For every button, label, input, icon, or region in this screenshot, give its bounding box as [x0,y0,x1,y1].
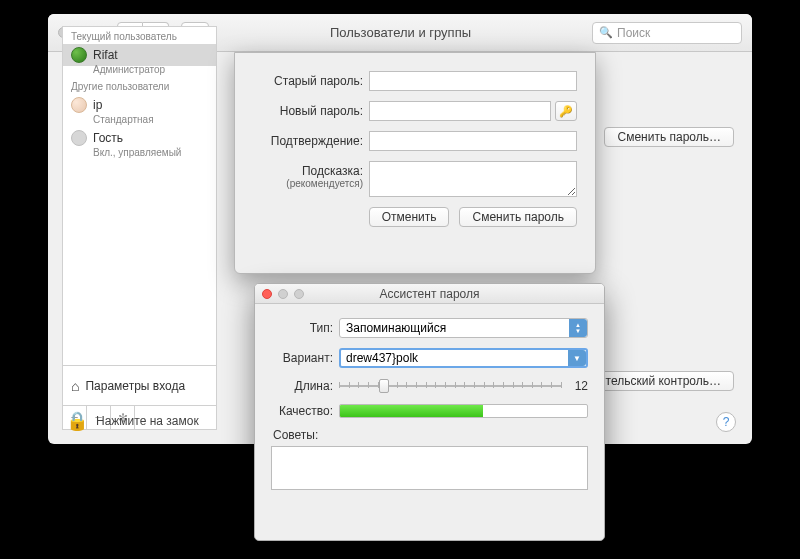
parental-control-button[interactable]: тельский контроль… [593,371,734,391]
type-value: Запоминающийся [346,321,446,335]
change-password-button[interactable]: Сменить пароль… [604,127,734,147]
quality-fill [340,405,483,417]
new-password-label: Новый пароль: [253,101,369,118]
quality-label: Качество: [271,404,339,418]
tips-label: Советы: [273,428,588,442]
type-select[interactable]: Запоминающийся ▲▼ [339,318,588,338]
cancel-button[interactable]: Отменить [369,207,450,227]
password-assistant-button[interactable]: 🔑 [555,101,577,121]
slider-thumb[interactable] [379,379,389,393]
hint-label-sub: (рекомендуется) [253,178,363,189]
length-slider[interactable] [339,378,562,394]
lock-row[interactable]: 🔒 Нажмите на замок [66,410,199,432]
password-assistant-window: Ассистент пароля Тип: Запоминающийся ▲▼ … [254,283,605,541]
variant-value: drew437}polk [346,351,418,365]
assistant-body: Тип: Запоминающийся ▲▼ Вариант: drew437}… [255,304,604,500]
hint-label: Подсказка: (рекомендуется) [253,161,369,189]
assistant-titlebar: Ассистент пароля [255,284,604,304]
variant-combobox[interactable]: drew437}polk ▼ [339,348,588,368]
search-icon: 🔍 [599,26,613,39]
window-title: Пользователи и группы [215,25,586,40]
hint-label-text: Подсказка: [302,164,363,178]
confirm-password-label: Подтверждение: [253,131,369,148]
select-arrows-icon: ▲▼ [569,319,587,337]
old-password-input[interactable] [369,71,577,91]
tips-box [271,446,588,490]
change-password-submit-button[interactable]: Сменить пароль [459,207,577,227]
new-password-input[interactable] [369,101,551,121]
slider-ticks [339,382,562,390]
hint-input[interactable] [369,161,577,197]
chevron-down-icon: ▼ [568,350,586,366]
length-label: Длина: [271,379,339,393]
key-icon: 🔑 [559,105,573,118]
lock-icon: 🔒 [66,410,88,432]
help-button[interactable]: ? [716,412,736,432]
length-value: 12 [570,379,588,393]
change-password-sheet: Старый пароль: Новый пароль: 🔑 Подтвержд… [234,52,596,274]
search-input[interactable]: 🔍 Поиск [592,22,742,44]
variant-label: Вариант: [271,351,339,365]
search-placeholder: Поиск [617,26,650,40]
quality-meter [339,404,588,418]
current-user-header: Текущий пользователь [63,27,216,44]
lock-text: Нажмите на замок [96,414,199,428]
old-password-label: Старый пароль: [253,71,369,88]
assistant-title: Ассистент пароля [262,287,597,301]
confirm-password-input[interactable] [369,131,577,151]
type-label: Тип: [271,321,339,335]
